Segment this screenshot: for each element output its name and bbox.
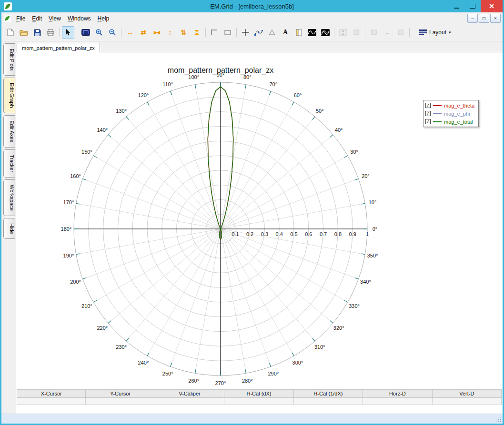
- crosshair-tool-button[interactable]: [239, 26, 252, 39]
- menu-file[interactable]: File: [13, 14, 29, 23]
- resize-grip[interactable]: [496, 417, 502, 423]
- v-range-lock-button[interactable]: [337, 26, 349, 39]
- plot-style-1-button[interactable]: [306, 26, 318, 39]
- text-tool-button[interactable]: A: [279, 26, 292, 39]
- plot-style-2-button[interactable]: [319, 26, 332, 39]
- triangle-icon: [269, 30, 275, 35]
- corner-frame-tool-button[interactable]: [208, 26, 221, 39]
- notes-tool-button[interactable]: [292, 26, 305, 39]
- titlebar[interactable]: EM.Grid - [emlibera_lesson5b] ✕: [1, 0, 503, 12]
- svg-text:220°: 220°: [97, 325, 108, 331]
- svg-text:320°: 320°: [333, 325, 344, 331]
- close-icon: ✕: [489, 2, 494, 10]
- readout-header-h-cal-1-dx-: H-Cal (1/dX): [294, 389, 363, 398]
- zoom-out-button[interactable]: [106, 26, 119, 39]
- maximize-button[interactable]: [464, 0, 481, 12]
- v-fit-tool-button[interactable]: [191, 26, 203, 39]
- legend: ✓mag_e_theta✓mag_e_phi✓mag_e_total: [423, 100, 479, 127]
- h-fit-tool-button[interactable]: ▶◀: [151, 26, 163, 39]
- v-range-icon: [339, 29, 347, 36]
- print-button[interactable]: [44, 26, 57, 39]
- sidebar-tab-edit-axes[interactable]: Edit Axes: [3, 115, 15, 148]
- legend-item-mag_e_theta: ✓mag_e_theta: [425, 102, 474, 109]
- sidebar-tab-edit-graph[interactable]: Edit Graph: [3, 78, 15, 113]
- readout-header-v-caliper: V-Caliper: [155, 389, 224, 398]
- sidebar: Edit PlotsEdit GraphEdit AxesTrackerWork…: [1, 41, 16, 414]
- v-expand-tool-button[interactable]: ↕: [164, 26, 176, 39]
- legend-checkbox-mag_e_theta[interactable]: ✓: [425, 103, 431, 108]
- svg-text:160°: 160°: [70, 173, 81, 179]
- svg-text:0.8: 0.8: [334, 231, 342, 237]
- v-range-aux-button[interactable]: [350, 26, 363, 39]
- readout-value-cell: [155, 398, 224, 405]
- svg-text:200°: 200°: [70, 279, 81, 285]
- h-range-aux2-button[interactable]: [394, 26, 407, 39]
- dual-wave-plot-icon: [321, 29, 330, 36]
- svg-text:0.7: 0.7: [320, 231, 327, 237]
- menu-windows[interactable]: Windows: [64, 14, 94, 23]
- mdi-minimize-button[interactable]: –: [467, 14, 478, 23]
- close-button[interactable]: ✕: [481, 0, 503, 12]
- h-arrows-icon: ⇄: [141, 29, 146, 36]
- open-file-button[interactable]: [18, 26, 30, 39]
- svg-text:0.3: 0.3: [261, 231, 268, 237]
- svg-text:260°: 260°: [188, 378, 199, 384]
- mdi-close-button[interactable]: ×: [490, 14, 501, 23]
- content-filler: [16, 405, 503, 414]
- h-fit-icon: ▶◀: [154, 30, 160, 35]
- sidebar-tab-edit-plots[interactable]: Edit Plots: [3, 43, 15, 76]
- menu-edit[interactable]: Edit: [29, 14, 45, 23]
- cursor-arrow-icon: [65, 29, 71, 36]
- text-tool-icon: A: [283, 29, 288, 36]
- plot-area: 0°10°20°30°40°50°60°70°80°90°100°110°120…: [16, 52, 503, 388]
- v-arrows-icon: ⇅: [181, 29, 186, 36]
- svg-text:40°: 40°: [335, 127, 343, 133]
- h-scroll-tool-button[interactable]: ⇄: [137, 26, 150, 39]
- small-box-icon: [353, 30, 359, 35]
- legend-line-sample: [433, 113, 442, 114]
- svg-text:120°: 120°: [138, 92, 149, 98]
- maximize-icon: [470, 4, 475, 9]
- legend-checkbox-mag_e_total[interactable]: ✓: [425, 119, 431, 124]
- menu-view[interactable]: View: [45, 14, 64, 23]
- legend-checkbox-mag_e_phi[interactable]: ✓: [425, 111, 431, 116]
- select-tool-button[interactable]: [62, 26, 74, 39]
- document-tab[interactable]: mom_pattern_pattern_polar_zx: [17, 43, 100, 52]
- curve-edit-tool-button[interactable]: [252, 26, 265, 39]
- sidebar-tab-tracker[interactable]: Tracker: [3, 149, 15, 178]
- legend-item-mag_e_phi: ✓mag_e_phi: [425, 110, 474, 117]
- small-box-icon: [398, 30, 403, 35]
- svg-text:140°: 140°: [97, 127, 108, 133]
- readout-header-x-cursor: X-Cursor: [17, 389, 86, 398]
- svg-text:60°: 60°: [294, 92, 302, 98]
- mdi-restore-button[interactable]: □: [479, 14, 489, 23]
- zoom-region-button[interactable]: [80, 26, 92, 39]
- sidebar-tab-hide[interactable]: Hide: [3, 218, 15, 239]
- svg-text:30°: 30°: [350, 149, 358, 155]
- zoom-region-icon: [81, 29, 90, 36]
- chevron-down-icon: ▾: [449, 30, 451, 35]
- open-folder-icon: [20, 29, 28, 36]
- svg-text:130°: 130°: [116, 108, 127, 114]
- menu-help[interactable]: Help: [94, 14, 113, 23]
- toolbar-separator: [334, 28, 334, 37]
- legend-line-sample: [433, 105, 442, 106]
- h-expand-tool-button[interactable]: ↔: [124, 26, 136, 39]
- h-range-lock-button[interactable]: ↔: [381, 26, 393, 39]
- minimize-button[interactable]: [448, 0, 464, 12]
- h-expand-icon: ↔: [127, 29, 133, 36]
- layout-dropdown[interactable]: Layout ▾: [415, 25, 455, 40]
- zoom-in-button[interactable]: [93, 26, 105, 39]
- sidebar-tab-workspace[interactable]: Workspace: [3, 179, 15, 216]
- svg-text:150°: 150°: [81, 149, 92, 155]
- new-file-button[interactable]: [4, 26, 17, 39]
- v-scroll-tool-button[interactable]: ⇅: [177, 26, 190, 39]
- legend-label-mag_e_total: mag_e_total: [444, 119, 473, 125]
- toolbar-separator: [121, 28, 121, 37]
- printer-icon: [47, 29, 54, 36]
- layout-label: Layout: [429, 29, 446, 36]
- rect-frame-tool-button[interactable]: [222, 26, 234, 39]
- triangle-tool-button[interactable]: [266, 26, 278, 39]
- h-range-aux-button[interactable]: [368, 26, 380, 39]
- save-button[interactable]: [31, 26, 43, 39]
